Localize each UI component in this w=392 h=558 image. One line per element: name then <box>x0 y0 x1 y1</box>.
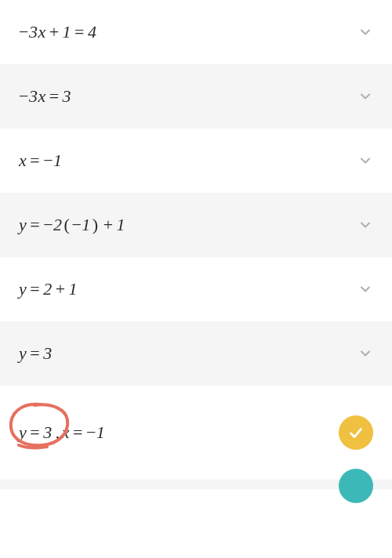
chevron-down-icon[interactable] <box>358 217 373 233</box>
equation-text: y=−2(−1)+1 <box>19 215 125 235</box>
chevron-down-icon[interactable] <box>358 153 373 168</box>
equation-text: x=−1 <box>19 150 63 171</box>
solution-step-6[interactable]: y=3 <box>0 321 392 386</box>
equation-text: −3x+1=4 <box>19 22 97 42</box>
chevron-down-icon[interactable] <box>358 89 373 104</box>
chevron-down-icon[interactable] <box>358 24 373 40</box>
solution-step-2[interactable]: −3x=3 <box>0 64 392 129</box>
chevron-down-icon[interactable] <box>358 346 373 361</box>
solution-step-1[interactable]: −3x+1=4 <box>0 0 392 64</box>
chevron-down-icon[interactable] <box>358 281 373 297</box>
equation-text: y=2+1 <box>19 279 78 299</box>
next-step-partial <box>0 480 392 489</box>
equation-text: y=3,x=−1 <box>19 422 105 443</box>
equation-text: y=3 <box>19 343 53 364</box>
equation-text: −3x=3 <box>19 86 71 107</box>
check-icon <box>339 415 373 450</box>
solution-final[interactable]: y=3,x=−1 <box>0 386 392 480</box>
solution-step-5[interactable]: y=2+1 <box>0 257 392 321</box>
solution-step-4[interactable]: y=−2(−1)+1 <box>0 193 392 257</box>
action-button-partial <box>339 469 373 503</box>
solution-step-3[interactable]: x=−1 <box>0 129 392 193</box>
